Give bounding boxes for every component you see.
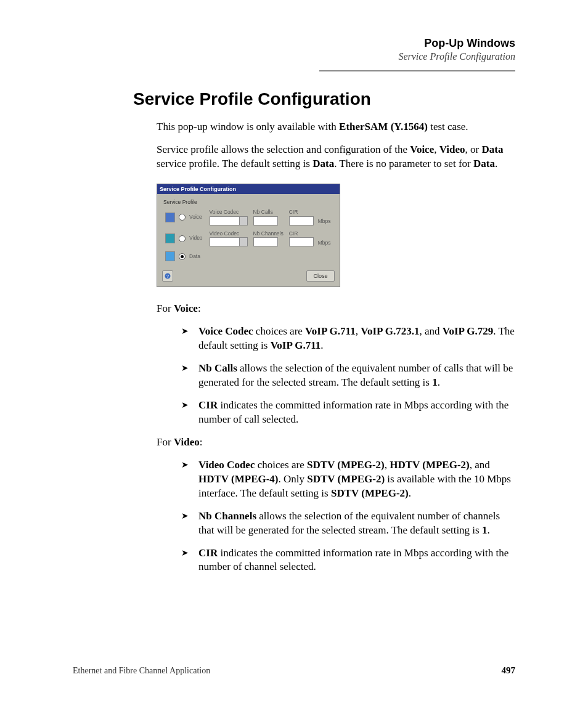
voice-label: Voice [187,208,205,225]
intro-paragraph-1: This pop-up window is only available wit… [157,120,515,134]
close-button[interactable]: Close [306,270,335,282]
voice-bullet-codec: Voice Codec choices are VoIP G.711, VoIP… [181,325,515,353]
video-bullet-nbchannels: Nb Channels allows the selection of the … [181,509,515,538]
video-cir-unit: Mbps [316,230,333,247]
nb-calls-label: Nb Calls [253,209,284,216]
video-label: Video [187,230,205,247]
nb-calls-input[interactable] [253,216,278,225]
svg-text:?: ? [166,274,169,278]
video-cir-label: CIR [289,230,314,237]
voice-cir-unit: Mbps [316,208,333,225]
video-row: Video Video Codec Nb Channels CIR [163,230,333,247]
voice-row: Voice Voice Codec Nb Calls CIR [163,208,333,225]
video-codec-label: Video Codec [210,230,248,237]
nb-channels-input[interactable] [253,237,278,246]
dialog-titlebar: Service Profile Configuration [157,184,340,194]
video-codec-dropdown[interactable] [210,237,248,246]
voice-codec-dropdown[interactable] [210,216,248,225]
video-radio[interactable] [179,235,186,242]
video-lead: For Video: [157,436,515,450]
data-row: Data [163,251,333,262]
video-bullet-cir: CIR indicates the committed information … [181,546,515,575]
nb-channels-label: Nb Channels [253,230,284,237]
service-profile-dialog: Service Profile Configuration Service Pr… [157,184,340,288]
help-button[interactable]: ? [162,270,173,282]
video-cir-value [289,237,314,246]
header-section: Service Profile Configuration [398,51,515,62]
header-chapter: Pop-Up Windows [398,37,515,50]
help-icon: ? [165,273,171,279]
voice-bullet-cir: CIR indicates the committed information … [181,399,515,427]
data-icon [165,251,175,261]
data-label: Data [187,251,205,262]
data-radio[interactable] [179,253,186,260]
voice-icon [165,213,175,222]
header-rule [319,70,515,71]
voice-bullet-nbcalls: Nb Calls allows the selection of the equ… [181,362,515,390]
footer-doc-title: Ethernet and Fibre Channel Application [73,666,210,676]
voice-cir-value [289,216,314,225]
video-icon [165,233,175,243]
intro-paragraph-2: Service profile allows the selection and… [157,143,515,171]
voice-lead: For Voice: [157,302,515,316]
video-bullet-codec: Video Codec choices are SDTV (MPEG-2), H… [181,458,515,501]
service-profile-group-label: Service Profile [163,199,333,206]
voice-codec-label: Voice Codec [210,209,248,216]
footer-page-number: 497 [502,665,516,676]
page-title: Service Profile Configuration [133,89,371,109]
voice-radio[interactable] [179,214,186,221]
voice-cir-label: CIR [289,209,314,216]
